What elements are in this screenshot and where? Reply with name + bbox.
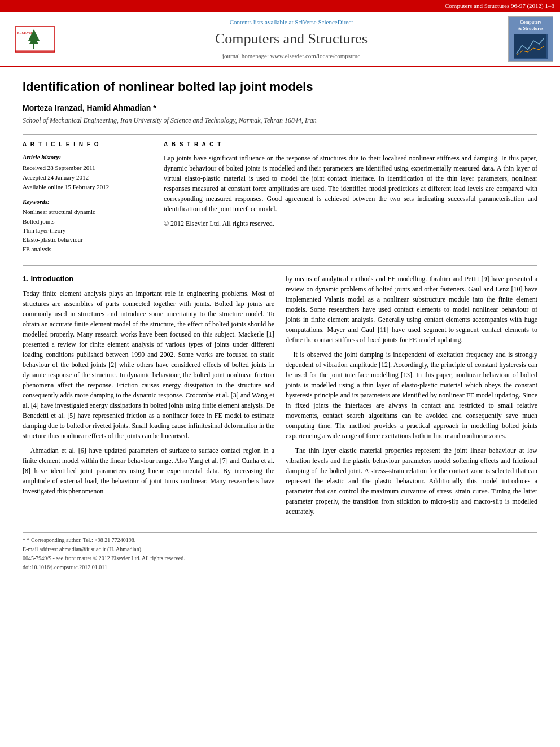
journal-title: Computers and Structures: [75, 29, 508, 49]
intro-heading: 1. Introduction: [23, 274, 274, 284]
keywords-section: Keywords: Nonlinear structural dynamic B…: [23, 198, 141, 254]
contents-text: Contents lists available at: [230, 19, 294, 25]
journal-header: ELSEVIER Contents lists available at Sci…: [0, 12, 560, 67]
keyword-2: Bolted joints: [23, 217, 141, 226]
keyword-1: Nonlinear structural dynamic: [23, 208, 141, 216]
homepage-line: journal homepage: www.elsevier.com/locat…: [75, 52, 508, 60]
top-bar: Computers and Structures 96-97 (2012) 1–…: [0, 0, 560, 12]
main-body: 1. Introduction Today finite element ana…: [23, 274, 537, 521]
info-section: A R T I C L E I N F O Article history: R…: [23, 134, 537, 254]
body-col-right: by means of analytical methods and FE mo…: [286, 274, 537, 521]
footnote-doi: doi:10.1016/j.compstruc.2012.01.011: [23, 563, 537, 571]
author-names: Morteza Iranzad, Hamid Ahmadian *: [23, 103, 156, 112]
authors: Morteza Iranzad, Hamid Ahmadian *: [23, 102, 537, 113]
intro-paragraph-3: by means of analytical methods and FE mo…: [286, 274, 537, 345]
article-info-panel: A R T I C L E I N F O Article history: R…: [23, 141, 152, 254]
elsevier-logo-icon: ELSEVIER: [12, 24, 69, 55]
abstract-heading: A B S T R A C T: [164, 141, 537, 148]
copyright-text: © 2012 Elsevier Ltd. All rights reserved…: [164, 219, 537, 229]
article-history-heading: Article history:: [23, 153, 141, 161]
cover-chart-icon: [514, 34, 546, 58]
intro-paragraph-5: The thin layer elastic material properti…: [286, 445, 537, 517]
article-title: Identification of nonlinear bolted lap j…: [23, 78, 537, 96]
affiliation: School of Mechanical Engineering, Iran U…: [23, 116, 537, 125]
body-col-left: 1. Introduction Today finite element ana…: [23, 274, 274, 521]
received-date: Received 28 September 2011: [23, 164, 141, 172]
keyword-4: Elasto-plastic behaviour: [23, 235, 141, 244]
article-footer: * * Corresponding author. Tel.: +98 21 7…: [23, 532, 537, 571]
footnote-issn: 0045-7949/$ - see front matter © 2012 El…: [23, 554, 537, 562]
keywords-heading: Keywords:: [23, 198, 141, 206]
cover-title: Computers& Structures: [518, 19, 544, 32]
elsevier-logo-section: ELSEVIER: [7, 24, 75, 55]
section-divider: [23, 265, 537, 266]
intro-paragraph-1: Today finite element analysis plays an i…: [23, 289, 274, 441]
article-info-heading: A R T I C L E I N F O: [23, 141, 141, 148]
journal-citation: Computers and Structures 96-97 (2012) 1–…: [445, 2, 554, 9]
available-date: Available online 15 February 2012: [23, 183, 141, 191]
accepted-date: Accepted 24 January 2012: [23, 173, 141, 182]
keyword-5: FE analysis: [23, 245, 141, 254]
sciverse-link[interactable]: SciVerse ScienceDirect: [295, 19, 353, 25]
abstract-text: Lap joints have significant influence on…: [164, 153, 537, 214]
intro-paragraph-4: It is observed the joint damping is inde…: [286, 350, 537, 441]
abstract-section: A B S T R A C T Lap joints have signific…: [152, 141, 537, 254]
journal-center: Contents lists available at SciVerse Sci…: [75, 18, 508, 60]
article-content: Identification of nonlinear bolted lap j…: [0, 67, 560, 584]
journal-cover-image: Computers& Structures: [508, 16, 553, 62]
cover-graphic: [514, 34, 548, 59]
contents-line: Contents lists available at SciVerse Sci…: [75, 18, 508, 27]
intro-paragraph-2: Ahmadian et al. [6] have updated paramet…: [23, 445, 274, 496]
footnote-email: E-mail address: ahmadian@iust.ac.ir (H. …: [23, 545, 537, 553]
keyword-3: Thin layer theory: [23, 226, 141, 235]
footnote-corresponding: * * Corresponding author. Tel.: +98 21 7…: [23, 536, 537, 544]
